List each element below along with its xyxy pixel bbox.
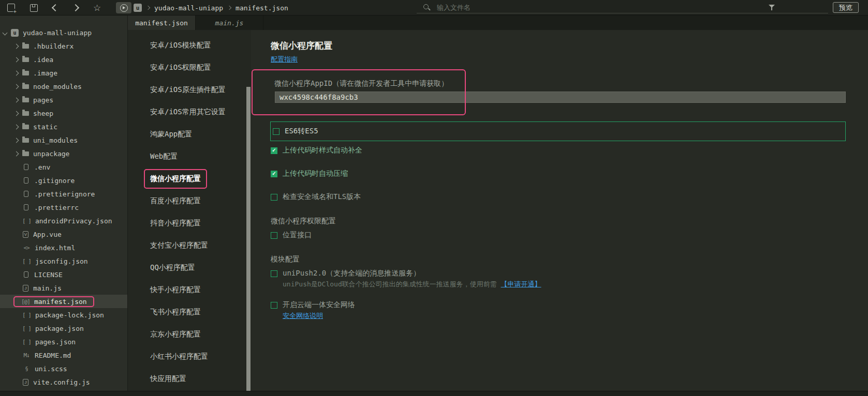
file-tree-item[interactable]: .env [0, 160, 127, 174]
tab-main.js[interactable]: main.js [196, 16, 263, 30]
search-input[interactable] [436, 3, 769, 12]
file-tree-item[interactable]: VApp.vue [0, 227, 127, 241]
config-nav-item[interactable]: 安卓/iOS常用其它设置 [128, 101, 251, 123]
config-nav-item[interactable]: 支付宝小程序配置 [128, 234, 251, 256]
folder-icon [22, 98, 29, 102]
save-icon[interactable] [30, 4, 38, 12]
file-tree-item[interactable]: [ ]androidPrivacy.json [0, 214, 127, 227]
config-nav-item[interactable]: 快应用配置 [128, 368, 251, 390]
file-tree-item[interactable]: LICENSE [0, 268, 127, 281]
back-icon[interactable] [52, 4, 59, 11]
appid-input[interactable] [275, 92, 846, 103]
config-nav-item[interactable]: QQ小程序配置 [128, 256, 251, 279]
config-nav-item[interactable]: 飞书小程序配置 [128, 301, 251, 323]
forward-icon[interactable] [72, 4, 79, 11]
file-tree-item[interactable]: Jvite.config.js [0, 375, 127, 389]
checkbox-row[interactable]: 检查安全域名和TLS版本 [271, 192, 868, 202]
file-name: .prettierrc [34, 204, 79, 211]
checkbox-checked[interactable]: ✓ [271, 147, 277, 154]
breadcrumb-file[interactable]: manifest.json [236, 4, 288, 12]
file-tree-item[interactable]: §uni.scss [0, 362, 127, 375]
file-tree-item[interactable]: .idea [0, 53, 127, 66]
checkbox-unchecked[interactable] [273, 128, 279, 135]
config-nav-item[interactable]: 安卓/iOS权限配置 [128, 56, 251, 79]
file-tree-item[interactable]: uyudao-mall-uniapp [0, 26, 127, 39]
breadcrumb-project[interactable]: yudao-mall-uniapp [154, 4, 223, 12]
play-triangle [123, 6, 125, 9]
file-tree-item[interactable]: M↓README.md [0, 348, 127, 362]
file-name: README.md [35, 352, 71, 359]
toolbar-icon-group: ☆ [7, 0, 131, 16]
config-nav-scrollbar[interactable] [246, 87, 251, 391]
config-guide-link[interactable]: 配置指南 [271, 55, 298, 63]
checkbox-unchecked[interactable] [271, 194, 277, 201]
json-file-icon: [ ] [22, 325, 31, 332]
chevron-right-icon[interactable] [14, 84, 19, 89]
file-tree-item[interactable]: [ ]package-lock.json [0, 308, 127, 322]
checkbox-row[interactable]: 开启云端一体安全网络 [271, 300, 868, 310]
chevron-right-icon[interactable] [14, 43, 19, 49]
run-button[interactable] [116, 2, 131, 13]
file-tree-item[interactable]: .prettierignore [0, 187, 127, 201]
file-tree-item[interactable]: pages [0, 93, 127, 106]
file-tree-item[interactable]: sheep [0, 106, 127, 120]
checkbox-checked[interactable]: ✓ [271, 171, 277, 177]
checkbox-row[interactable]: ✓上传代码时样式自动补全 [271, 146, 868, 155]
file-tree-item[interactable]: static [0, 120, 127, 133]
file-name: vite.config.js [33, 378, 90, 386]
json-file-icon: [ ] [22, 218, 31, 224]
bookmark-star-icon[interactable]: ☆ [93, 4, 101, 12]
file-tree-item[interactable]: .hbuilderx [0, 39, 127, 53]
file-tree-item[interactable]: [@]manifest.json [0, 295, 127, 308]
chevron-right-icon[interactable] [14, 138, 19, 143]
checkbox-label: 检查安全域名和TLS版本 [283, 192, 361, 202]
config-nav-item[interactable]: 小红书小程序配置 [128, 345, 251, 368]
config-nav-item[interactable]: 快手小程序配置 [128, 279, 251, 301]
file-name: .env [34, 163, 50, 171]
apply-activate-link[interactable]: 【申请开通】 [501, 280, 541, 288]
config-nav-item[interactable]: 安卓/iOS原生插件配置 [128, 79, 251, 101]
checkbox-unchecked[interactable] [271, 270, 277, 277]
filter-icon[interactable] [769, 5, 776, 11]
config-nav-item[interactable]: Web配置 [128, 145, 251, 167]
tab-manifest.json[interactable]: manifest.json [128, 16, 196, 30]
section-label: 模块配置 [271, 255, 868, 264]
config-nav-item[interactable]: 抖音小程序配置 [128, 212, 251, 234]
file-tree-item[interactable]: unpackage [0, 147, 127, 160]
file-tree-item[interactable]: node_modules [0, 80, 127, 93]
file-tree-item[interactable]: .prettierrc [0, 201, 127, 214]
file-tree-item[interactable]: .image [0, 66, 127, 80]
file-tree-item[interactable]: [ ]package.json [0, 322, 127, 335]
file-icon [24, 204, 28, 210]
config-nav-item[interactable]: 京东小程序配置 [128, 323, 251, 345]
file-tree-item[interactable]: .gitignore [0, 174, 127, 187]
security-network-link[interactable]: 安全网络说明 [283, 312, 323, 319]
file-tree-item[interactable]: [ ]pages.json [0, 335, 127, 348]
chevron-down-icon[interactable] [3, 30, 8, 35]
file-tree-item[interactable]: [ ]jsconfig.json [0, 254, 127, 268]
config-nav-item[interactable]: 安卓/iOS模块配置 [128, 34, 251, 56]
file-name: uni.scss [35, 365, 67, 373]
json-file-icon: [ ] [22, 339, 31, 345]
chevron-right-icon[interactable] [14, 57, 19, 62]
config-nav-item[interactable]: 微信小程序配置 [128, 167, 251, 190]
checkbox-unchecked[interactable] [271, 232, 277, 239]
config-nav-item[interactable]: 鸿蒙App配置 [128, 123, 251, 145]
config-nav-item[interactable]: 百度小程序配置 [128, 190, 251, 212]
checkbox-row[interactable]: uniPush2.0（支持全端的消息推送服务） [271, 269, 868, 278]
chevron-right-icon[interactable] [14, 97, 19, 102]
new-file-icon[interactable] [7, 4, 15, 12]
preview-button[interactable]: 预览 [833, 2, 859, 13]
checkbox-row[interactable]: ✓上传代码时自动压缩 [271, 169, 868, 178]
checkbox-unchecked[interactable] [271, 302, 277, 309]
chevron-right-icon[interactable] [14, 151, 19, 156]
file-name: App.vue [33, 231, 62, 238]
checkbox-row[interactable]: 位置接口 [271, 231, 868, 240]
file-search-box[interactable] [417, 2, 828, 13]
chevron-right-icon[interactable] [14, 124, 19, 129]
file-tree-item[interactable]: Jmain.js [0, 281, 127, 295]
file-tree-item[interactable]: <>index.html [0, 241, 127, 254]
chevron-right-icon[interactable] [14, 111, 19, 116]
file-tree-item[interactable]: uni_modules [0, 133, 127, 147]
chevron-right-icon[interactable] [14, 70, 19, 75]
